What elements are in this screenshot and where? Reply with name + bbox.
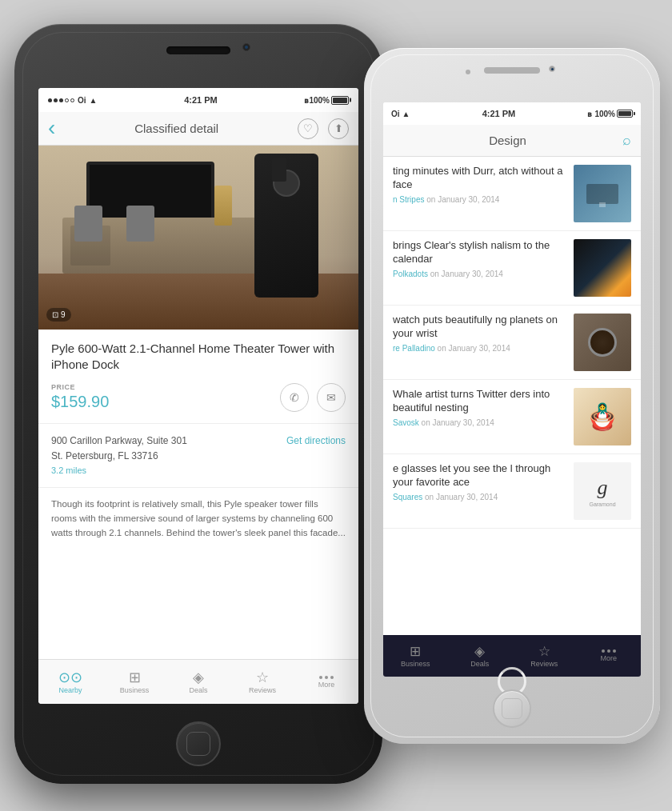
tab-more-w[interactable]: More <box>577 635 642 677</box>
status-time: 4:21 PM <box>97 95 304 105</box>
signal-dot-2 <box>54 98 58 102</box>
price-value: $159.90 <box>51 393 109 411</box>
article-content-4: Whale artist turns Twitter ders into bea… <box>393 388 566 445</box>
briefcase-icon: ⊞ <box>129 670 141 685</box>
wifi-icon: ▲ <box>90 96 98 105</box>
product-description: Though its footprint is relatively small… <box>38 488 358 549</box>
distance-label: 3.2 miles <box>51 464 187 478</box>
article-item-2[interactable]: brings Clear's stylish nalism to the cal… <box>383 231 641 306</box>
tab-business[interactable]: ⊞ Business <box>102 660 166 704</box>
article-thumb-4: 🪆 <box>574 388 631 445</box>
tag-icon: ◈ <box>193 670 204 685</box>
more-dots-icon-w <box>602 649 616 653</box>
sensor-dot <box>466 70 470 74</box>
article-author-5: Squares <box>393 493 422 501</box>
battery-icon <box>331 96 349 105</box>
tab-deals[interactable]: ◈ Deals <box>166 660 230 704</box>
tab-reviews[interactable]: ☆ Reviews <box>230 660 294 704</box>
article-item-1[interactable]: ting minutes with Durr, atch without a f… <box>383 157 641 231</box>
share-button[interactable]: ⬆ <box>328 118 349 139</box>
battery-icon-w <box>617 110 633 118</box>
tab-reviews-label: Reviews <box>249 686 276 694</box>
map-pin-icon: ⊙ <box>58 670 82 685</box>
signal-dot-5 <box>70 98 74 102</box>
tab-deals-label-w: Deals <box>470 660 489 668</box>
heart-icon: ♡ <box>303 122 313 134</box>
battery-percentage: 100% <box>309 96 330 105</box>
status-bar: Oi ▲ 4:21 PM ʙ 100% <box>38 88 358 112</box>
article-content-3: watch puts beautifully ng planets on you… <box>393 314 566 371</box>
article-meta-4: Savosk on January 30, 2014 <box>393 418 566 427</box>
speaker-left <box>74 206 102 242</box>
signal-dot-4 <box>65 98 69 102</box>
article-meta-5: Squares on January 30, 2014 <box>393 493 566 501</box>
signal-dot-3 <box>59 98 63 102</box>
article-author-3: re Palladino <box>393 344 435 353</box>
signal-indicator <box>48 98 74 102</box>
camera-icon: ⊡ <box>52 310 58 319</box>
article-item-4[interactable]: Whale artist turns Twitter ders into bea… <box>383 380 641 454</box>
tab-nearby[interactable]: ⊙ Nearby <box>38 660 102 704</box>
article-thumb-1 <box>574 165 631 222</box>
address-line1: 900 Carillon Parkway, Suite 301 <box>51 433 187 449</box>
product-image-area: ⊡ 9 <box>38 146 358 330</box>
nav-bar-white: Design ⌕ <box>383 125 641 157</box>
dark-phone-screen: Oi ▲ 4:21 PM ʙ 100% Classified detail ♡ … <box>38 88 358 704</box>
star-icon-w: ☆ <box>538 645 550 658</box>
call-button[interactable]: ✆ <box>280 383 309 412</box>
speaker-grille-white <box>484 67 540 74</box>
article-content-5: e glasses let you see the l through your… <box>393 462 566 520</box>
article-date-4: on January 30, 2014 <box>422 418 494 427</box>
vase-decor <box>214 186 232 226</box>
tab-business-label-w: Business <box>401 660 430 668</box>
back-chevron-icon <box>48 117 55 140</box>
dot1 <box>319 676 322 679</box>
tab-more-label-w: More <box>600 654 617 662</box>
article-item-5[interactable]: e glasses let you see the l through your… <box>383 454 641 529</box>
article-date-2: on January 30, 2014 <box>430 270 503 278</box>
image-count: 9 <box>61 310 66 319</box>
white-phone-screen: Oi ▲ 4:21 PM ʙ 100% Design ⌕ ting minute… <box>383 102 641 677</box>
speaker-grille <box>166 46 230 54</box>
home-button-white[interactable] <box>493 689 531 728</box>
directions-link[interactable]: Get directions <box>286 433 346 449</box>
home-button[interactable] <box>176 721 221 766</box>
bluetooth-icon-w: ʙ <box>587 110 592 118</box>
article-meta-3: re Palladino on January 30, 2014 <box>393 344 566 353</box>
tab-business-label: Business <box>120 686 150 694</box>
price-label: PRICE <box>51 383 109 391</box>
carrier-label-w: Oi <box>391 110 400 118</box>
status-time-w: 4:21 PM <box>410 109 587 118</box>
article-content-1: ting minutes with Durr, atch without a f… <box>393 165 566 222</box>
address-text-group: 900 Carillon Parkway, Suite 301 St. Pete… <box>51 433 187 478</box>
product-details-section: Pyle 600-Watt 2.1-Channel Home Theater T… <box>38 330 358 424</box>
article-title-5: e glasses let you see the l through your… <box>393 462 566 489</box>
price-row: PRICE $159.90 ✆ ✉ <box>51 383 346 412</box>
article-author-2: Polkadots <box>393 270 428 278</box>
nav-title: Classified detail <box>55 122 298 135</box>
favorite-button[interactable]: ♡ <box>298 118 318 139</box>
article-list: ting minutes with Durr, atch without a f… <box>383 157 641 635</box>
white-phone: Oi ▲ 4:21 PM ʙ 100% Design ⌕ ting minute… <box>364 48 660 744</box>
tab-more-label: More <box>318 681 335 689</box>
address-line2: St. Petersburg, FL 33716 <box>51 449 187 464</box>
dot-w-2 <box>607 649 610 653</box>
nav-title-w: Design <box>393 134 622 147</box>
search-icon[interactable]: ⌕ <box>622 132 631 149</box>
tab-business-w[interactable]: ⊞ Business <box>383 635 448 677</box>
image-counter: ⊡ 9 <box>46 308 71 322</box>
article-title-2: brings Clear's stylish nalism to the cal… <box>393 239 566 266</box>
signal-dot-1 <box>48 98 52 102</box>
article-item-3[interactable]: watch puts beautifully ng planets on you… <box>383 306 641 380</box>
back-button[interactable] <box>48 117 55 140</box>
share-icon: ⬆ <box>334 122 343 134</box>
message-button[interactable]: ✉ <box>317 383 346 412</box>
front-camera <box>242 43 250 51</box>
article-title-4: Whale artist turns Twitter ders into bea… <box>393 388 566 415</box>
article-title-1: ting minutes with Durr, atch without a f… <box>393 165 566 192</box>
battery-fill <box>333 98 347 103</box>
dot3 <box>330 676 334 679</box>
tab-more[interactable]: More <box>294 660 358 704</box>
tab-deals-label: Deals <box>189 686 207 694</box>
article-title-3: watch puts beautifully ng planets on you… <box>393 314 566 341</box>
